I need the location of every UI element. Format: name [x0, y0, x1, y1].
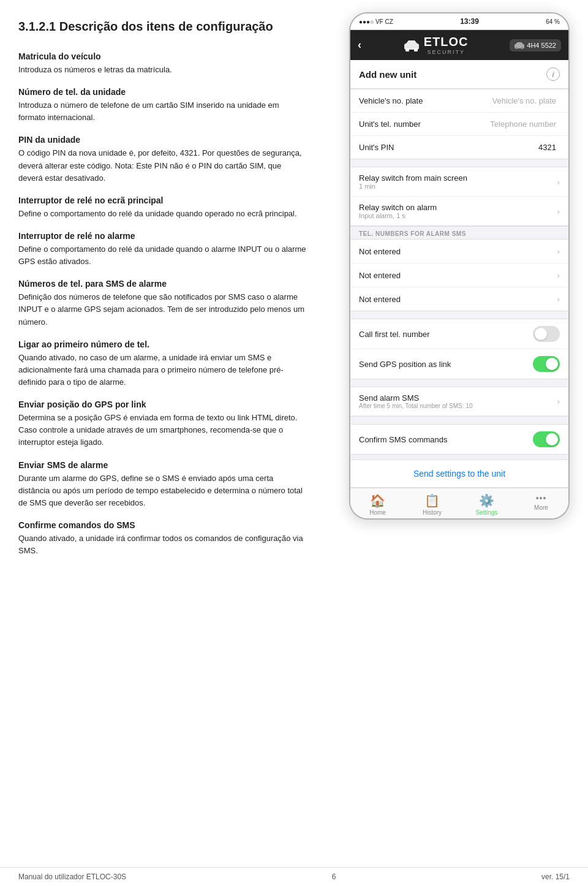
call-first-tel-toggle[interactable]: [533, 326, 560, 342]
section-heading: Números de tel. para SMS de alarme: [18, 279, 306, 289]
more-icon: •••: [536, 493, 547, 503]
back-button[interactable]: ‹: [358, 39, 361, 51]
call-first-tel-label: Call first tel. number: [359, 330, 430, 339]
battery-indicator: 64 %: [546, 18, 560, 25]
history-icon: 📋: [424, 493, 440, 508]
footer-bar: Manual do utilizador ETLOC-30S 6 ver. 15…: [0, 867, 588, 886]
relay-alarm-left: Relay switch on alarm Input alarm, 1 s: [359, 203, 557, 219]
relay-main-label: Relay switch from main screen: [359, 173, 557, 183]
toggles-group: Call first tel. number Send GPS position…: [350, 319, 568, 379]
confirm-sms-group: Confirm SMS commands: [350, 424, 568, 455]
section-heading: Enviar SMS de alarme: [18, 460, 306, 470]
alarm-sms-row[interactable]: Send alarm SMS After time 5 min, Total n…: [350, 387, 568, 416]
logo-sub: SECURITY: [424, 49, 469, 55]
section-heading: Interruptor de relé no ecrã principal: [18, 195, 306, 205]
phone-mockup: ●●●○ VF CZ 13:39 64 % ‹ ETLOC SECURITY: [331, 0, 588, 846]
unit-tel-row[interactable]: Unit's tel. number Telephone number: [350, 113, 568, 136]
relay-main-chevron: ›: [557, 177, 560, 187]
phone-frame: ●●●○ VF CZ 13:39 64 % ‹ ETLOC SECURITY: [349, 12, 570, 520]
alarm-sms-left: Send alarm SMS After time 5 min, Total n…: [359, 393, 557, 409]
section-text: Quando ativado, no caso de um alarme, a …: [18, 352, 306, 388]
confirm-sms-toggle[interactable]: [533, 431, 560, 447]
send-settings-label: Send settings to the unit: [413, 469, 505, 479]
info-icon[interactable]: i: [546, 67, 560, 81]
car-icon: [403, 39, 420, 51]
home-icon: 🏠: [370, 493, 385, 508]
gap-3: [350, 379, 568, 387]
logo-area: ETLOC SECURITY: [403, 35, 469, 55]
gap-1: [350, 159, 568, 167]
logo-text: ETLOC: [424, 35, 469, 48]
vehicle-plate-label: Vehicle's no. plate: [359, 96, 423, 105]
section-heading: PIN da unidade: [18, 135, 306, 145]
nav-more[interactable]: ••• More: [514, 493, 568, 516]
unit-pin-value: 4321: [394, 143, 556, 152]
section-heading: Enviar posição do GPS por link: [18, 399, 306, 409]
not-entered-chevron-2: ›: [557, 270, 560, 280]
left-content: 3.1.2.1 Descrição dos itens de configura…: [0, 0, 325, 581]
unit-pin-row[interactable]: Unit's PIN 4321: [350, 136, 568, 159]
section-text: Determina se a posição GPS é enviada em …: [18, 412, 306, 449]
nav-home[interactable]: 🏠 Home: [350, 493, 405, 516]
page-title: 3.1.2.1 Descrição dos itens de configura…: [18, 18, 306, 34]
nav-settings[interactable]: ⚙️ Settings: [459, 493, 514, 516]
nav-history-label: History: [423, 509, 442, 516]
not-entered-label-1: Not entered: [359, 247, 401, 256]
send-gps-row[interactable]: Send GPS position as link: [350, 349, 568, 379]
confirm-sms-row[interactable]: Confirm SMS commands: [350, 425, 568, 454]
not-entered-chevron-3: ›: [557, 294, 560, 304]
unit-id-label: 4H4 5522: [527, 42, 556, 49]
nav-settings-label: Settings: [475, 509, 497, 516]
confirm-sms-label: Confirm SMS commands: [359, 435, 447, 444]
signal-indicator: ●●●○ VF CZ: [359, 18, 393, 25]
car-badge-icon: [514, 42, 524, 49]
relay-main-row[interactable]: Relay switch from main screen 1 min ›: [350, 167, 568, 197]
app-header: ‹ ETLOC SECURITY: [350, 30, 568, 60]
section-text: Define o comportamento do relé da unidad…: [18, 243, 306, 268]
footer-version: ver. 15/1: [541, 873, 570, 881]
section-text: Quando ativado, a unidade irá confirmar …: [18, 532, 306, 557]
gap-2: [350, 311, 568, 319]
tel-not-entered-2[interactable]: Not entered ›: [350, 263, 568, 287]
unit-pin-label: Unit's PIN: [359, 143, 394, 152]
alarm-sms-chevron: ›: [557, 396, 560, 406]
relay-alarm-row[interactable]: Relay switch on alarm Input alarm, 1 s ›: [350, 197, 568, 225]
not-entered-chevron-1: ›: [557, 246, 560, 256]
send-settings-button[interactable]: Send settings to the unit: [350, 460, 568, 488]
relay-alarm-chevron: ›: [557, 206, 560, 216]
section-heading: Ligar ao primeiro número de tel.: [18, 339, 306, 349]
unit-tel-value: Telephone number: [421, 119, 556, 129]
section-text: O código PIN da nova unidade é, por defe…: [18, 147, 306, 184]
tel-numbers-group: Not entered › Not entered › Not entered …: [350, 239, 568, 311]
nav-history[interactable]: 📋 History: [405, 493, 459, 516]
add-new-unit-row[interactable]: Add new unit i: [350, 60, 568, 89]
nav-more-label: More: [534, 504, 548, 511]
alarm-sms-sublabel: After time 5 min, Total number of SMS: 1…: [359, 403, 557, 409]
tel-not-entered-1[interactable]: Not entered ›: [350, 240, 568, 263]
alarm-sms-group: Send alarm SMS After time 5 min, Total n…: [350, 387, 568, 417]
add-unit-label: Add new unit: [359, 69, 417, 80]
relay-main-sublabel: 1 min: [359, 183, 557, 190]
status-bar: ●●●○ VF CZ 13:39 64 %: [350, 13, 568, 30]
basic-info-group: Vehicle's no. plate Vehicle's no. plate …: [350, 89, 568, 159]
relay-alarm-label: Relay switch on alarm: [359, 203, 557, 212]
toggle-knob-call: [535, 328, 547, 340]
send-gps-toggle[interactable]: [533, 356, 560, 372]
nav-home-label: Home: [369, 509, 386, 516]
clock: 13:39: [460, 17, 479, 26]
tel-not-entered-3[interactable]: Not entered ›: [350, 287, 568, 311]
not-entered-label-3: Not entered: [359, 295, 401, 304]
vehicle-plate-row[interactable]: Vehicle's no. plate Vehicle's no. plate: [350, 89, 568, 113]
section-text: Durante um alarme do GPS, define se o SM…: [18, 472, 306, 509]
settings-content: Add new unit i Vehicle's no. plate Vehic…: [350, 60, 568, 518]
section-text: Definição dos números de telefone que sã…: [18, 291, 306, 328]
section-heading: Interruptor de relé no alarme: [18, 231, 306, 241]
call-first-tel-row[interactable]: Call first tel. number: [350, 319, 568, 349]
gap-4: [350, 417, 568, 424]
section-heading: Matricula do veículo: [18, 51, 306, 61]
unit-tel-label: Unit's tel. number: [359, 119, 421, 129]
toggle-knob-gps: [546, 358, 558, 370]
toggle-knob-confirm: [546, 433, 558, 445]
tel-numbers-header: TEL. NUMBERS FOR ALARM SMS: [350, 226, 568, 239]
unit-badge[interactable]: 4H4 5522: [510, 39, 561, 51]
